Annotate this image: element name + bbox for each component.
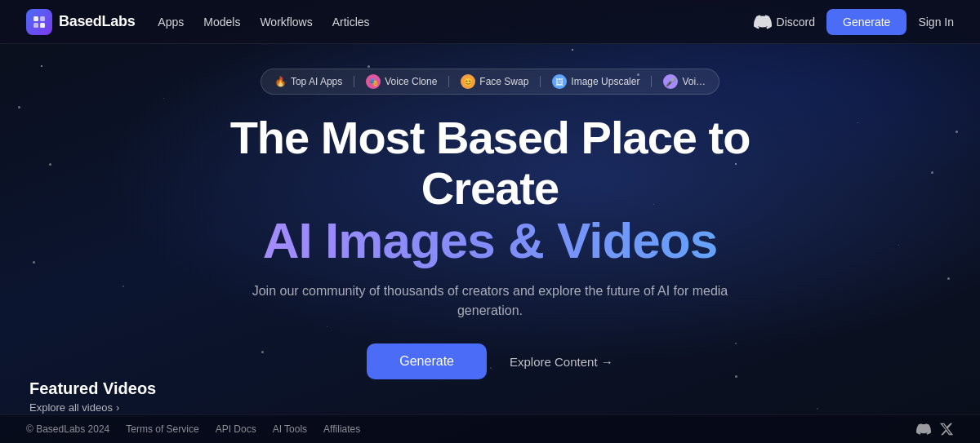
footer-discord-icon[interactable] bbox=[916, 422, 931, 436]
pill-item-image-upscaler: 🖼 Image Upscaler bbox=[552, 74, 639, 89]
svg-rect-3 bbox=[40, 23, 45, 28]
svg-rect-1 bbox=[40, 16, 45, 21]
affiliates-link[interactable]: Affiliates bbox=[323, 423, 360, 435]
navbar: BasedLabs Apps Models Workflows Articles… bbox=[0, 0, 980, 44]
hero-subtitle: Join our community of thousands of creat… bbox=[245, 281, 735, 321]
logo[interactable]: BasedLabs bbox=[26, 9, 135, 35]
nav-item-apps[interactable]: Apps bbox=[158, 15, 184, 29]
pill-divider-4 bbox=[651, 76, 652, 87]
copyright: © BasedLabs 2024 bbox=[26, 423, 109, 435]
ai-tools-link[interactable]: AI Tools bbox=[273, 423, 307, 435]
pill-item-top-ai: 🔥 Top AI Apps bbox=[274, 76, 342, 87]
image-upscaler-avatar: 🖼 bbox=[552, 74, 567, 89]
nav-item-workflows[interactable]: Workflows bbox=[260, 15, 312, 29]
nav-generate-button[interactable]: Generate bbox=[826, 9, 906, 35]
footer-left: © BasedLabs 2024 Terms of Service API Do… bbox=[26, 423, 360, 435]
nav-item-models[interactable]: Models bbox=[203, 15, 240, 29]
pill-item-voice-clone: 🎭 Voice Clone bbox=[366, 74, 437, 89]
discord-label: Discord bbox=[777, 16, 815, 29]
nav-right: Discord Generate Sign In bbox=[754, 9, 954, 35]
svg-rect-0 bbox=[33, 16, 38, 21]
nav-link-models[interactable]: Models bbox=[203, 16, 240, 29]
voice-clone-emoji: 🎭 bbox=[366, 74, 381, 89]
featured-title: Featured Videos bbox=[29, 379, 156, 398]
hero-line3: AI Images & Videos bbox=[230, 213, 751, 268]
explore-all-videos-label: Explore all videos bbox=[29, 401, 113, 414]
face-swap-avatar: 😊 bbox=[461, 74, 475, 89]
hero-headline: The Most Based Place to Create AI Images… bbox=[230, 113, 751, 281]
image-upscaler-label: Image Upscaler bbox=[571, 76, 639, 87]
terms-link[interactable]: Terms of Service bbox=[126, 423, 198, 435]
pill-divider-3 bbox=[540, 76, 541, 87]
explore-all-videos-link[interactable]: Explore all videos › bbox=[29, 401, 156, 414]
hero-line2: Create bbox=[230, 163, 751, 214]
discord-button[interactable]: Discord bbox=[754, 13, 815, 31]
footer-x-icon[interactable] bbox=[939, 422, 954, 436]
logo-text: BasedLabs bbox=[59, 13, 135, 30]
explore-content-link[interactable]: Explore Content → bbox=[510, 355, 613, 369]
nav-left: BasedLabs Apps Models Workflows Articles bbox=[26, 9, 370, 35]
nav-link-articles[interactable]: Articles bbox=[332, 16, 370, 29]
hero-actions: Generate Explore Content → bbox=[367, 343, 612, 379]
copyright-text: © BasedLabs 2024 bbox=[26, 423, 109, 435]
footer-right bbox=[916, 422, 954, 436]
featured-section: Featured Videos Explore all videos › bbox=[29, 379, 156, 414]
nav-link-apps[interactable]: Apps bbox=[158, 16, 184, 29]
pill-bar: 🔥 Top AI Apps 🎭 Voice Clone 😊 Face Swap … bbox=[261, 69, 719, 95]
voice-avatar: 🎤 bbox=[663, 74, 678, 89]
api-docs-link[interactable]: API Docs bbox=[216, 423, 256, 435]
nav-links: Apps Models Workflows Articles bbox=[158, 15, 369, 29]
voice-label: Voi… bbox=[682, 76, 706, 87]
hero-line1: The Most Based Place to bbox=[230, 113, 751, 163]
hero-section: 🔥 Top AI Apps 🎭 Voice Clone 😊 Face Swap … bbox=[0, 44, 980, 379]
pill-item-face-swap: 😊 Face Swap bbox=[461, 74, 528, 89]
top-ai-label: Top AI Apps bbox=[291, 76, 342, 87]
face-swap-label: Face Swap bbox=[479, 76, 528, 87]
explore-arrow-icon: › bbox=[116, 401, 119, 414]
nav-item-articles[interactable]: Articles bbox=[332, 15, 370, 29]
hero-generate-button[interactable]: Generate bbox=[367, 343, 487, 379]
svg-rect-2 bbox=[33, 23, 38, 28]
fire-emoji: 🔥 bbox=[274, 76, 287, 87]
logo-icon bbox=[26, 9, 52, 35]
discord-icon bbox=[754, 13, 772, 31]
signin-button[interactable]: Sign In bbox=[918, 16, 954, 29]
pill-divider-1 bbox=[354, 76, 354, 87]
pill-divider-2 bbox=[448, 76, 449, 87]
nav-link-workflows[interactable]: Workflows bbox=[260, 16, 312, 29]
pill-item-voice: 🎤 Voi… bbox=[663, 74, 706, 89]
voice-clone-label: Voice Clone bbox=[385, 76, 437, 87]
footer: © BasedLabs 2024 Terms of Service API Do… bbox=[0, 414, 980, 443]
